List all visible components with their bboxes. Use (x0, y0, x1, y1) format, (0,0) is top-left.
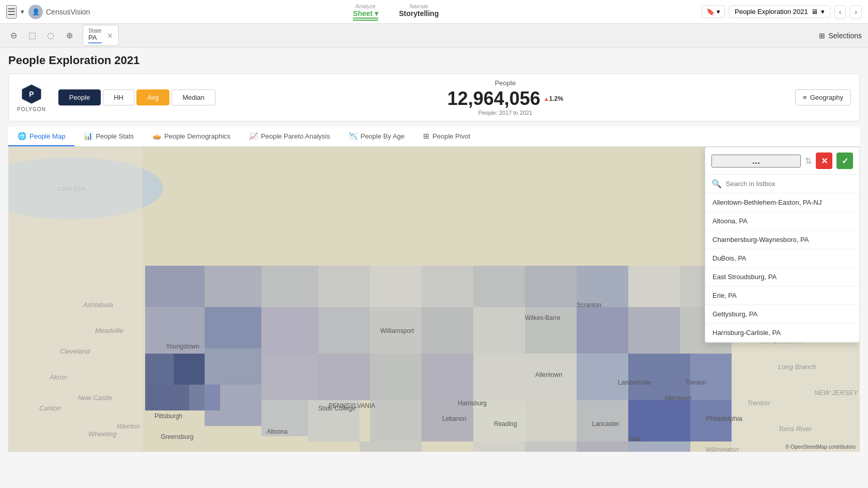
nav-right: 🔖 ▾ People Exploration 2021 🖥 ▾ ‹ › (702, 5, 862, 19)
svg-marker-44 (205, 385, 261, 426)
list-item[interactable]: Allentown-Bethlehem-Easton, PA-NJ (705, 193, 859, 212)
svg-marker-65 (628, 354, 690, 400)
toolbar: ⊖ ⬚ ◌ ⊕ State PA ✕ ⊞ Selections (0, 24, 868, 48)
top-nav: ☰ ▾ 👤 CensusVision Analyze Sheet ▾ Narra… (0, 0, 868, 24)
sheet-tabs: 🌐 People Map 📊 People Stats 🥧 People Dem… (8, 127, 860, 147)
hh-tab[interactable]: HH (103, 89, 134, 105)
svg-marker-75 (628, 441, 690, 452)
dropdown-close-button[interactable]: ✕ (816, 152, 832, 169)
svg-text:Allentown: Allentown (664, 394, 691, 402)
state-filter-chip[interactable]: State PA ✕ (83, 25, 119, 46)
geography-dropdown: ... ⇅ ✕ ✓ 🔍 Allentown-Bethlehem-Easton, … (705, 147, 860, 343)
svg-marker-62 (525, 400, 577, 441)
svg-marker-58 (473, 354, 525, 400)
svg-marker-30 (370, 266, 422, 307)
metric-value: 12,964,056 ▲1.2% (215, 88, 795, 110)
next-button[interactable]: › (850, 5, 862, 19)
listbox-search-input[interactable] (726, 180, 853, 188)
tab-people-pareto[interactable]: 📈 People Pareto Analysis (240, 127, 339, 146)
svg-text:Wheeling: Wheeling (88, 430, 117, 438)
people-pareto-icon: 📈 (249, 132, 258, 140)
analyze-nav-item[interactable]: Analyze Sheet ▾ (353, 3, 378, 21)
svg-text:Altoona: Altoona (267, 428, 288, 435)
avg-tab[interactable]: Avg (136, 89, 169, 105)
tab-people-map[interactable]: 🌐 People Map (8, 127, 74, 146)
svg-rect-5 (8, 147, 143, 452)
list-item[interactable]: East Stroudsburg, PA (705, 268, 859, 286)
state-filter-value: PA (88, 34, 97, 41)
tab-people-demographics-label: People Demographics (164, 132, 230, 140)
svg-marker-73 (525, 441, 577, 452)
svg-text:Toms River: Toms River (778, 425, 812, 433)
svg-text:Williamsport: Williamsport (380, 327, 414, 334)
svg-text:P: P (29, 90, 34, 98)
svg-text:Lambertville: Lambertville (618, 379, 652, 386)
metric-tabs: People HH Avg Median (58, 89, 215, 105)
people-map-icon: 🌐 (18, 132, 26, 140)
prev-button[interactable]: ‹ (834, 5, 846, 19)
people-stats-icon: 📊 (84, 132, 92, 140)
svg-marker-64 (577, 354, 628, 400)
current-app-button[interactable]: People Exploration 2021 🖥 ▾ (729, 5, 830, 18)
tab-people-stats[interactable]: 📊 People Stats (74, 127, 143, 146)
svg-marker-50 (318, 354, 370, 400)
sort-icon[interactable]: ⇅ (805, 156, 812, 166)
narrate-label: Narrate (409, 3, 428, 9)
dropdown-confirm-button[interactable]: ✓ (836, 152, 853, 169)
more-options-button[interactable]: ... (711, 155, 801, 167)
app-switcher-button[interactable]: ▾ (21, 8, 24, 16)
svg-text:NEW JERSEY: NEW JERSEY (814, 389, 859, 396)
list-item[interactable]: Erie, PA (705, 286, 859, 305)
svg-marker-74 (577, 441, 628, 452)
dropdown-search: 🔍 (705, 175, 859, 193)
metric-label: People (215, 79, 795, 87)
svg-marker-41 (145, 385, 189, 410)
svg-marker-39 (145, 354, 174, 385)
lasso-icon[interactable]: ◌ (43, 28, 58, 43)
polygon-logo: P (20, 83, 43, 105)
select-icon[interactable]: ⬚ (25, 28, 39, 43)
bookmark-button[interactable]: 🔖 ▾ (702, 5, 725, 18)
svg-text:Pittsburgh: Pittsburgh (154, 413, 182, 420)
zoom-out-icon[interactable]: ⊖ (6, 28, 21, 43)
svg-marker-43 (205, 348, 261, 385)
svg-marker-35 (628, 266, 680, 307)
logo-icon: 👤 (28, 5, 43, 19)
tab-people-age[interactable]: 📉 People By Age (339, 127, 414, 146)
state-filter-close[interactable]: ✕ (107, 32, 113, 40)
svg-marker-34 (577, 266, 628, 307)
svg-marker-27 (205, 266, 261, 307)
osm-credit: © OpenStreetMap contributors (785, 444, 856, 450)
list-item[interactable]: Gettysburg, PA (705, 305, 859, 324)
svg-marker-63 (577, 307, 628, 354)
analyze-sheet[interactable]: Sheet ▾ (353, 9, 378, 19)
svg-text:Cleveland: Cleveland (60, 347, 90, 355)
target-icon[interactable]: ⊕ (62, 28, 76, 43)
map-container[interactable]: Lake Erie Cleveland Akron Canton Wheelin… (8, 147, 860, 452)
list-item[interactable]: Harrisburg-Carlisle, PA (705, 324, 859, 342)
hamburger-menu-button[interactable]: ☰ (6, 5, 17, 19)
narrate-nav-item[interactable]: Narrate Storytelling (399, 3, 439, 21)
svg-marker-29 (318, 266, 370, 307)
list-item[interactable]: DuBois, PA (705, 249, 859, 268)
svg-text:Long Branch: Long Branch (778, 363, 816, 371)
svg-text:PENNSYLVANIA: PENNSYLVANIA (329, 402, 375, 409)
svg-marker-32 (473, 266, 525, 307)
svg-text:Reading: Reading (494, 420, 517, 428)
svg-marker-53 (370, 400, 422, 441)
dropdown-header: ... ⇅ ✕ ✓ (705, 147, 859, 175)
svg-marker-38 (205, 307, 261, 348)
selections-button[interactable]: ⊞ Selections (819, 32, 862, 40)
list-item[interactable]: Altoona, PA (705, 212, 859, 231)
svg-marker-31 (422, 266, 473, 307)
tab-people-demographics[interactable]: 🥧 People Demographics (143, 127, 240, 146)
svg-marker-70 (628, 307, 680, 354)
svg-text:Greensburg: Greensburg (161, 433, 193, 440)
tab-people-pivot[interactable]: ⊞ People Pivot (414, 127, 479, 146)
people-tab[interactable]: People (58, 89, 101, 105)
median-tab[interactable]: Median (172, 89, 215, 105)
selections-label: Selections (828, 32, 862, 40)
geography-icon: ≡ (803, 94, 807, 101)
geography-button[interactable]: ≡ Geography (795, 89, 851, 105)
list-item[interactable]: Chambersburg-Waynesboro, PA (705, 231, 859, 249)
